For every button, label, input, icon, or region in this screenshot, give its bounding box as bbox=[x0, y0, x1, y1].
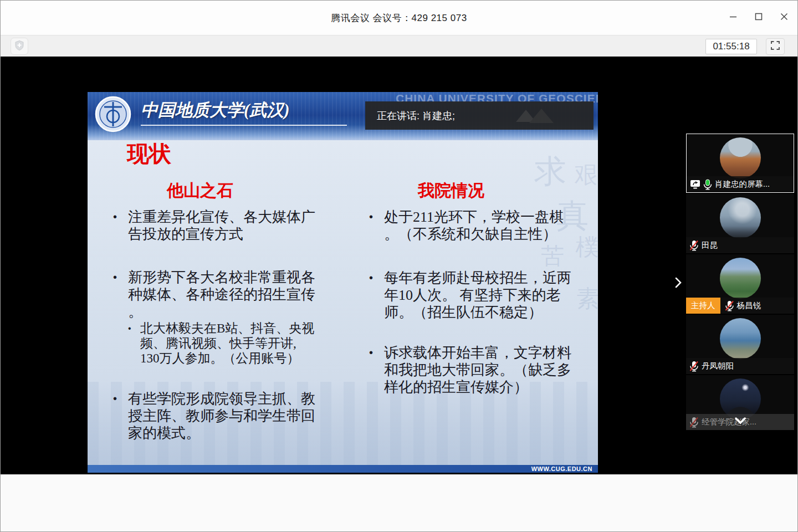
close-icon bbox=[780, 13, 788, 23]
fullscreen-icon bbox=[770, 40, 780, 53]
mic-muted-icon bbox=[725, 300, 734, 311]
participant-tile[interactable]: 经管学院赵家... bbox=[686, 375, 794, 430]
bullet-text: 有些学院形成院领导主抓、教 授主阵、教师参与和学生带回 家的模式。 bbox=[128, 390, 315, 442]
shield-plus-icon bbox=[14, 40, 24, 53]
minimize-icon bbox=[729, 13, 737, 23]
bottom-toolbar: 解除静音 开启视频 共享屏幕 邀请 成员(43) bbox=[1, 474, 797, 532]
mic-muted-icon bbox=[689, 361, 699, 372]
participant-name: 田昆 bbox=[702, 240, 718, 250]
bullet-marker: • bbox=[113, 208, 128, 243]
meeting-watermark-icon bbox=[513, 106, 561, 128]
bullet-marker: • bbox=[369, 208, 384, 243]
bullet-text: 北大林毅夫在B站、抖音、央视 频、腾讯视频、快手等开讲, 130万人参加。（公用… bbox=[140, 321, 314, 366]
avatar bbox=[720, 137, 761, 178]
maximize-button[interactable] bbox=[754, 13, 763, 22]
sub-bullet-item: •北大林毅夫在B站、抖音、央视 频、腾讯视频、快手等开讲, 130万人参加。（公… bbox=[128, 321, 320, 366]
fullscreen-button[interactable] bbox=[766, 38, 785, 55]
left-column-heading: 他山之石 bbox=[113, 180, 320, 201]
meeting-timer: 01:55:18 bbox=[705, 39, 757, 54]
bullet-text: 处于211光环下，学校一盘棋 。（不系统和欠缺自主性） bbox=[384, 208, 564, 243]
right-column-heading: 我院情况 bbox=[369, 180, 582, 201]
participant-label: 丹凤朝阳 bbox=[686, 358, 794, 374]
slide-title: 现状 bbox=[127, 139, 171, 169]
bullet-text: 诉求载体开始丰富，文字材料 和我把地大带回家。（缺乏多 样化的招生宣传媒介） bbox=[384, 344, 571, 396]
participant-name: 肖建忠的屏幕... bbox=[715, 179, 770, 190]
minimize-button[interactable] bbox=[729, 13, 738, 22]
bullet-item: •诉求载体开始丰富，文字材料 和我把地大带回家。（缺乏多 样化的招生宣传媒介） bbox=[369, 344, 582, 396]
participant-name: 经管学院赵家... bbox=[702, 417, 756, 427]
participant-label: 肖建忠的屏幕... bbox=[687, 176, 794, 192]
meeting-window: 腾讯会议 会议号：429 215 073 01:55:18 bbox=[0, 0, 798, 532]
avatar bbox=[720, 318, 761, 359]
bullet-marker: • bbox=[113, 269, 128, 320]
avatar bbox=[720, 197, 761, 238]
active-speaker-label: 正在讲话: 肖建忠; bbox=[377, 109, 455, 122]
active-speaker-banner: 正在讲话: 肖建忠; bbox=[365, 101, 594, 130]
host-badge: 主持人 bbox=[686, 298, 720, 314]
participant-tile-sharing[interactable]: 肖建忠的屏幕... bbox=[686, 134, 794, 193]
collapse-strip-chevron[interactable] bbox=[733, 416, 748, 428]
bullet-marker: • bbox=[369, 344, 384, 396]
bullet-item: •有些学院形成院领导主抓、教 授主阵、教师参与和学生带回 家的模式。 bbox=[113, 390, 320, 442]
mic-muted-icon bbox=[689, 240, 699, 251]
window-title: 腾讯会议 会议号：429 215 073 bbox=[331, 12, 467, 24]
participant-label: 田昆 bbox=[686, 237, 794, 253]
bullet-text: 每年有老师赴母校招生，近两 年10人次。 有坚持下来的老 师。（招生队伍不稳定） bbox=[384, 269, 571, 321]
meeting-info-bar: 01:55:18 bbox=[1, 35, 797, 57]
avatar bbox=[720, 258, 761, 299]
bullet-item: •每年有老师赴母校招生，近两 年10人次。 有坚持下来的老 师。（招生队伍不稳定… bbox=[369, 269, 582, 321]
bullet-marker: • bbox=[113, 390, 128, 442]
avatar bbox=[720, 378, 761, 420]
participant-tile-host[interactable]: 主持人 杨昌锐 bbox=[686, 254, 794, 314]
participant-name: 丹凤朝阳 bbox=[702, 361, 734, 371]
mic-on-icon bbox=[703, 179, 712, 190]
chevron-down-icon bbox=[733, 418, 748, 428]
slide-footer: WWW.CUG.EDU.CN bbox=[88, 465, 598, 473]
bullet-item: •注重差异化宣传、各大媒体广 告投放的宣传方式 bbox=[113, 208, 320, 243]
bullet-item: •新形势下各大名校非常重视各 种媒体、各种途径的招生宣传 。 bbox=[113, 269, 320, 320]
chevron-right-icon bbox=[674, 276, 683, 291]
timer-value: 01:55:18 bbox=[713, 41, 749, 52]
screen-share-icon bbox=[690, 180, 700, 189]
participant-name: 杨昌锐 bbox=[737, 300, 761, 311]
participant-tile[interactable]: 田昆 bbox=[686, 194, 794, 253]
participant-label: 主持人 杨昌锐 bbox=[686, 298, 794, 314]
close-button[interactable] bbox=[780, 13, 789, 22]
slide-right-column: 我院情况 •处于211光环下，学校一盘棋 。（不系统和欠缺自主性） •每年有老师… bbox=[369, 180, 582, 396]
shared-screen-slide: 中国地质大学(武汉) CHINA UNIVERSITY OF GEOSCIENC… bbox=[88, 92, 598, 473]
bullet-text: 注重差异化宣传、各大媒体广 告投放的宣传方式 bbox=[128, 208, 315, 243]
maximize-icon bbox=[755, 13, 763, 23]
expand-panel-chevron[interactable] bbox=[671, 275, 686, 293]
bullet-marker: • bbox=[369, 269, 384, 321]
slide-left-column: 他山之石 •注重差异化宣传、各大媒体广 告投放的宣传方式 •新形势下各大名校非常… bbox=[113, 180, 320, 442]
university-logo bbox=[95, 96, 131, 135]
university-name: 中国地质大学(武汉) bbox=[141, 99, 347, 126]
participant-tile[interactable]: 丹凤朝阳 bbox=[686, 315, 794, 374]
mic-muted-icon bbox=[689, 417, 699, 428]
title-bar: 腾讯会议 会议号：429 215 073 bbox=[1, 1, 797, 35]
participant-panel: 肖建忠的屏幕... 田昆 主持人 杨昌锐 bbox=[686, 134, 794, 430]
video-stage: 中国地质大学(武汉) CHINA UNIVERSITY OF GEOSCIENC… bbox=[1, 57, 797, 474]
bullet-item: •处于211光环下，学校一盘棋 。（不系统和欠缺自主性） bbox=[369, 208, 582, 243]
window-controls bbox=[729, 1, 789, 35]
bullet-text: 新形势下各大名校非常重视各 种媒体、各种途径的招生宣传 。 bbox=[128, 269, 315, 320]
security-shield-button[interactable] bbox=[11, 38, 28, 55]
bullet-marker: • bbox=[128, 321, 140, 366]
